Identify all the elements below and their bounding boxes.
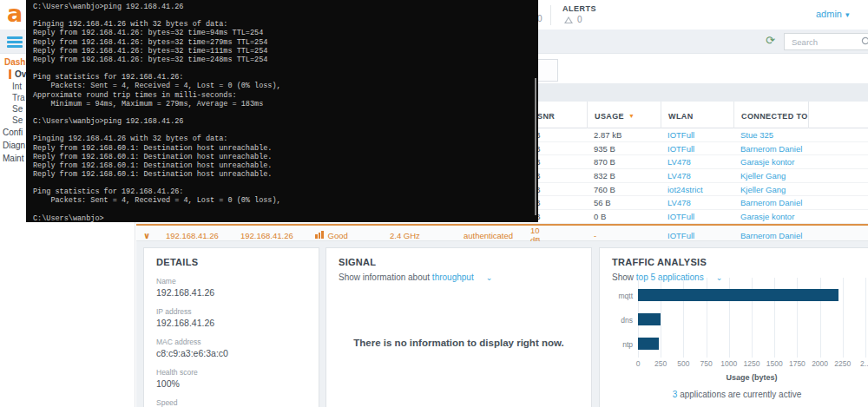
cell-wlan-link[interactable]: IOTFull bbox=[661, 144, 733, 154]
sidebar-item-maintenance[interactable]: Maint bbox=[3, 154, 23, 163]
details-panel: DETAILS Name192.168.41.26 IP address192.… bbox=[143, 247, 319, 407]
cell-wlan-link[interactable]: IOTFull bbox=[661, 231, 733, 240]
gridline bbox=[865, 278, 866, 358]
terminal-output: C:\Users\wanbjo>ping 192.168.41.26 Pingi… bbox=[26, 0, 538, 222]
x-tick-label: 2250 bbox=[834, 359, 851, 368]
x-tick-label: 1750 bbox=[789, 359, 806, 368]
col-extra bbox=[808, 102, 868, 128]
x-tick-label: 750 bbox=[700, 359, 713, 368]
cell-name: 192.168.41.26 bbox=[159, 231, 233, 240]
cell-usage: 870 B bbox=[587, 157, 661, 167]
cell-usage: 0 B bbox=[587, 212, 661, 221]
chart-bar-row: dns bbox=[638, 307, 865, 332]
cell-connected-link[interactable]: Kjeller Gang bbox=[733, 171, 808, 181]
chart-bar-row: ntp bbox=[638, 332, 865, 356]
health-label: Good bbox=[328, 231, 348, 240]
refresh-icon[interactable]: ⟳ bbox=[766, 34, 775, 47]
search-input[interactable] bbox=[785, 34, 868, 49]
col-connected-to[interactable]: CONNECTED TO bbox=[733, 102, 808, 128]
x-tick-label: 0 bbox=[636, 359, 641, 368]
cell-connected-link[interactable]: Barnerom Daniel bbox=[733, 198, 808, 207]
sidebar-item-sub-4[interactable]: Se bbox=[12, 115, 23, 125]
alerts-label: ALERTS bbox=[562, 4, 596, 13]
x-tick-label: 2000 bbox=[812, 359, 828, 368]
cell-status: authenticated bbox=[457, 231, 530, 240]
cell-usage: 935 B bbox=[587, 144, 661, 154]
sidebar-item-configuration[interactable]: Confi bbox=[3, 128, 23, 137]
cell-wlan-link[interactable]: LV478 bbox=[661, 198, 733, 207]
selected-table-row[interactable]: ∨ 192.168.41.26 192.168.41.26 Good 2.4 G… bbox=[136, 224, 868, 241]
chart-ticks: 02505007501000125015001750200022502... bbox=[638, 359, 865, 370]
bar-dns[interactable] bbox=[638, 313, 661, 325]
header-divider bbox=[550, 5, 551, 25]
x-tick-label: 2... bbox=[860, 359, 868, 368]
cell-connected-link[interactable]: Garasje kontor bbox=[733, 157, 808, 167]
x-tick-label: 500 bbox=[677, 359, 689, 368]
active-apps-count: 3 bbox=[673, 390, 678, 399]
cell-connected-link[interactable]: Garasje kontor bbox=[733, 212, 808, 221]
col-snr[interactable]: SNR bbox=[530, 102, 587, 128]
app-root: 0 ALERTS 0 admin▾ M ⟳ a Dashb Ove Int Tr… bbox=[0, 0, 868, 407]
cell-connected-link[interactable]: Barnerom Daniel bbox=[733, 231, 808, 240]
cell-wlan-link[interactable]: LV478 bbox=[661, 157, 733, 167]
chevron-down-icon[interactable]: ⌄ bbox=[716, 273, 723, 282]
x-tick-label: 1000 bbox=[720, 359, 737, 368]
row-expand-chevron-icon[interactable]: ∨ bbox=[136, 231, 159, 240]
cell-snr: dB bbox=[530, 157, 587, 167]
sidebar-item-sub-1[interactable]: Int bbox=[12, 82, 22, 91]
field-label: Name bbox=[156, 277, 306, 286]
bar-category-label: mqtt bbox=[603, 292, 633, 300]
terminal-window[interactable]: C:\Users\wanbjo>ping 192.168.41.26 Pingi… bbox=[26, 0, 538, 222]
active-apps-caption: 3 applications are currently active bbox=[600, 390, 868, 399]
cell-health: Good bbox=[308, 231, 383, 240]
bar-category-label: dns bbox=[603, 316, 633, 325]
sidebar-item-sub-2[interactable]: Tra bbox=[12, 93, 25, 102]
cell-connected-link[interactable]: Barnerom Daniel bbox=[733, 144, 808, 154]
cell-connected-link[interactable]: Stue 325 bbox=[733, 130, 808, 140]
detail-panels-section: DETAILS Name192.168.41.26 IP address192.… bbox=[136, 241, 868, 407]
col-wlan[interactable]: WLAN bbox=[661, 102, 733, 128]
cell-wlan-link[interactable]: LV478 bbox=[661, 171, 733, 181]
cell-snr: dB bbox=[530, 212, 587, 221]
warning-triangle-icon bbox=[564, 16, 573, 23]
search-box[interactable] bbox=[784, 33, 868, 50]
tab-fragment[interactable] bbox=[536, 59, 558, 82]
col-usage[interactable]: USAGE▼ bbox=[587, 102, 661, 128]
x-tick-label: 1500 bbox=[766, 359, 783, 368]
cell-wlan-link[interactable]: iot24strict bbox=[661, 185, 733, 194]
terminal-scrollbar[interactable] bbox=[535, 78, 536, 215]
search-icon bbox=[861, 36, 868, 47]
sort-desc-icon: ▼ bbox=[628, 113, 635, 119]
cell-ip: 192.168.41.26 bbox=[233, 231, 308, 240]
bar-mqtt[interactable] bbox=[638, 289, 838, 301]
chart-bar-row: mqtt bbox=[638, 283, 865, 307]
field-value: 192.168.41.26 bbox=[156, 287, 306, 298]
chevron-down-icon[interactable]: ⌄ bbox=[486, 273, 493, 282]
bar-ntp[interactable] bbox=[638, 338, 659, 350]
top-apps-dropdown[interactable]: top 5 applications bbox=[636, 272, 704, 282]
field-label: IP address bbox=[156, 307, 306, 316]
cell-snr: dB bbox=[530, 198, 587, 207]
cell-usage: 832 B bbox=[587, 171, 661, 181]
cell-usage: 2.87 kB bbox=[587, 130, 661, 140]
chevron-down-icon: ▾ bbox=[845, 10, 850, 19]
hamburger-menu-icon[interactable] bbox=[7, 36, 23, 48]
traffic-title: TRAFFIC ANALYSIS bbox=[612, 257, 862, 267]
col-usage-label: USAGE bbox=[595, 112, 624, 121]
field-label: MAC address bbox=[156, 338, 306, 346]
throughput-dropdown[interactable]: throughput bbox=[432, 272, 474, 282]
user-menu[interactable]: admin▾ bbox=[816, 9, 850, 19]
bar-category-label: ntp bbox=[603, 340, 633, 349]
sidebar-item-diagnostics[interactable]: Diagn bbox=[3, 141, 25, 150]
brand-logo: a bbox=[7, 0, 23, 27]
chart-x-axis-label: Usage (bytes) bbox=[638, 373, 865, 382]
cell-connected-link[interactable]: Kjeller Gang bbox=[733, 185, 808, 194]
cell-snr: dB bbox=[530, 171, 587, 181]
x-tick-label: 250 bbox=[654, 359, 667, 368]
sidebar-item-sub-3[interactable]: Se bbox=[12, 104, 23, 114]
cell-wlan-link[interactable]: IOTFull bbox=[661, 212, 733, 221]
alerts-counter[interactable]: 0 bbox=[564, 15, 582, 24]
show-text: Show information about bbox=[339, 272, 430, 282]
cell-wlan-link[interactable]: IOTFull bbox=[661, 130, 733, 140]
no-data-message: There is no information to display right… bbox=[326, 338, 591, 348]
